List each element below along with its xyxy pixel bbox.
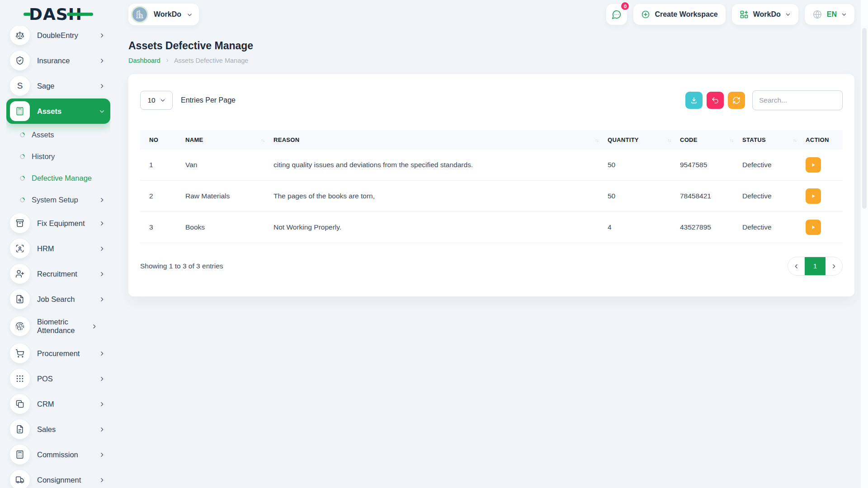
chat-icon bbox=[612, 9, 622, 19]
pagination: 1 bbox=[788, 257, 843, 276]
table-controls: 10 Entries Per Page bbox=[140, 90, 843, 110]
page-scrollbar[interactable] bbox=[861, 0, 868, 488]
column-header-quantity[interactable]: QUANTITY↑↓ bbox=[603, 130, 675, 150]
row-action-button[interactable] bbox=[806, 188, 821, 204]
sidebar-item-label: CRM bbox=[37, 400, 92, 408]
sidebar-item-sage[interactable]: S Sage bbox=[6, 73, 110, 99]
column-header-code[interactable]: CODE↑↓ bbox=[675, 130, 738, 150]
file-text-icon bbox=[10, 419, 30, 439]
sidebar-item-label: Recruitment bbox=[37, 270, 92, 278]
sidebar-item-assets[interactable]: Assets bbox=[6, 99, 110, 124]
sidebar-item-doubleentry[interactable]: DoubleEntry bbox=[6, 26, 110, 48]
sidebar-subitem-history[interactable]: History bbox=[6, 145, 110, 167]
chevron-right-icon bbox=[99, 351, 105, 357]
messages-button[interactable]: 0 bbox=[606, 4, 627, 25]
sidebar-item-crm[interactable]: CRM bbox=[6, 391, 110, 417]
messages-badge: 0 bbox=[620, 1, 630, 11]
chevron-right-icon bbox=[99, 452, 105, 458]
cart-icon bbox=[10, 343, 30, 363]
sidebar-item-label: Commission bbox=[37, 450, 92, 459]
create-workspace-button[interactable]: Create Workspace bbox=[633, 4, 725, 25]
pagination-prev-button[interactable] bbox=[788, 257, 805, 275]
sidebar-menu: DoubleEntry Insurance S Sage Assets Asse… bbox=[6, 26, 110, 488]
defective-assets-card: 10 Entries Per Page NO NAME↑↓ REASON↑↓ Q… bbox=[128, 74, 854, 296]
sidebar-item-pos[interactable]: POS bbox=[6, 366, 110, 391]
sidebar-item-consignment[interactable]: Consignment bbox=[6, 467, 110, 488]
scrollbar-thumb[interactable] bbox=[862, 28, 867, 209]
undo-icon bbox=[711, 96, 719, 104]
chevron-right-icon bbox=[99, 83, 105, 89]
row-action-button[interactable] bbox=[806, 157, 821, 173]
user-plus-icon bbox=[10, 264, 30, 284]
workdo-menu-button[interactable]: WorkDo bbox=[732, 4, 798, 25]
column-header-name[interactable]: NAME↑↓ bbox=[181, 130, 269, 150]
pagination-next-button[interactable] bbox=[826, 257, 842, 275]
pagination-page-1[interactable]: 1 bbox=[805, 257, 826, 275]
copy-icon bbox=[10, 394, 30, 414]
sidebar-item-hrm[interactable]: HRM bbox=[6, 236, 110, 261]
cell-status: Defective bbox=[738, 150, 801, 181]
cell-no: 1 bbox=[140, 150, 181, 181]
column-header-reason[interactable]: REASON↑↓ bbox=[269, 130, 603, 150]
sidebar-item-label: Procurement bbox=[37, 349, 92, 358]
download-icon bbox=[690, 96, 698, 104]
app-logo[interactable]: DASH bbox=[0, 0, 114, 28]
play-icon bbox=[811, 193, 816, 199]
table-row: 3 Books Not Working Properly. 4 43527895… bbox=[140, 212, 843, 243]
calculator-icon bbox=[10, 101, 30, 121]
sidebar-subitem-defective-manage[interactable]: Defective Manage bbox=[6, 167, 110, 189]
column-header-status[interactable]: STATUS↑↓ bbox=[738, 130, 801, 150]
sidebar-item-label: POS bbox=[37, 375, 92, 383]
column-header-action: ACTION bbox=[801, 130, 843, 150]
sidebar-item-fix-equipment[interactable]: Fix Equipment bbox=[6, 211, 110, 236]
table-header-row: NO NAME↑↓ REASON↑↓ QUANTITY↑↓ CODE↑↓ STA… bbox=[140, 130, 843, 150]
grid-plus-icon bbox=[740, 10, 749, 19]
sidebar-item-label: Sage bbox=[37, 82, 92, 90]
sidebar-item-sales[interactable]: Sales bbox=[6, 417, 110, 442]
file-search-icon bbox=[10, 289, 30, 309]
entries-per-page-label: Entries Per Page bbox=[181, 96, 236, 104]
entries-per-page-select[interactable]: 10 bbox=[140, 91, 173, 110]
table-row: 2 Raw Materials The pages of the books a… bbox=[140, 181, 843, 212]
chevron-down-icon bbox=[160, 98, 165, 103]
export-button[interactable] bbox=[685, 92, 703, 109]
cell-reason: Not Working Properly. bbox=[269, 212, 603, 243]
sidebar-item-insurance[interactable]: Insurance bbox=[6, 48, 110, 73]
sidebar-subitem-system-setup[interactable]: System Setup bbox=[6, 189, 110, 211]
language-selector[interactable]: EN bbox=[805, 4, 854, 25]
breadcrumb-current: Assets Defective Manage bbox=[174, 57, 248, 64]
search-input[interactable] bbox=[752, 90, 843, 110]
sidebar-subitem-label: System Setup bbox=[32, 196, 92, 204]
refresh-button[interactable] bbox=[728, 92, 745, 109]
sidebar-item-procurement[interactable]: Procurement bbox=[6, 341, 110, 366]
sidebar: DASH DoubleEntry Insurance S Sage Assets… bbox=[0, 0, 114, 488]
entries-summary: Showing 1 to 3 of 3 entries bbox=[140, 262, 223, 270]
sidebar-item-recruitment[interactable]: Recruitment bbox=[6, 261, 110, 286]
row-action-button[interactable] bbox=[806, 220, 821, 235]
cell-quantity: 4 bbox=[603, 212, 675, 243]
cell-action bbox=[801, 181, 843, 212]
cell-reason: citing quality issues and deviations fro… bbox=[269, 150, 603, 181]
chevron-down-icon bbox=[99, 108, 105, 114]
chevron-down-icon bbox=[841, 12, 847, 17]
workspace-selector[interactable]: WorkDo bbox=[128, 4, 199, 25]
chevron-right-icon bbox=[99, 401, 105, 407]
cell-action bbox=[801, 150, 843, 181]
sidebar-item-commission[interactable]: Commission bbox=[6, 442, 110, 467]
play-icon bbox=[811, 225, 816, 230]
sidebar-item-job-search[interactable]: Job Search bbox=[6, 286, 110, 312]
calculator-icon bbox=[10, 445, 30, 465]
sidebar-subitem-assets[interactable]: Assets bbox=[6, 124, 110, 145]
building-icon bbox=[131, 6, 148, 23]
grid-dots-icon bbox=[10, 369, 30, 389]
sidebar-item-biometric-attendance[interactable]: Biometric Attendance bbox=[6, 312, 110, 341]
undo-button[interactable] bbox=[707, 92, 724, 109]
column-header-no: NO bbox=[140, 130, 181, 150]
chevron-right-icon bbox=[99, 197, 105, 203]
cell-quantity: 50 bbox=[603, 181, 675, 212]
bullet-icon bbox=[19, 131, 26, 138]
breadcrumb-dashboard-link[interactable]: Dashboard bbox=[128, 57, 160, 64]
entries-value: 10 bbox=[147, 96, 155, 104]
cell-action bbox=[801, 212, 843, 243]
chevron-right-icon bbox=[99, 271, 105, 277]
